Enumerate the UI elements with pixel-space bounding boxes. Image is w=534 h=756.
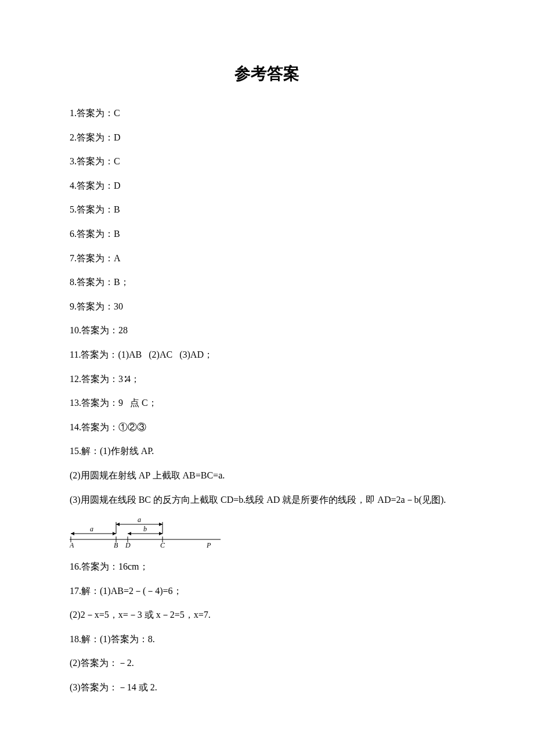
answer-line-4: 4.答案为：D <box>70 178 464 193</box>
answer-line-12: 12.答案为：3∶4； <box>70 372 464 387</box>
diagram-point-B: B <box>114 541 118 549</box>
answer-line-1: 1.答案为：C <box>70 106 464 121</box>
construction-diagram: A B D C P a b a <box>70 516 464 551</box>
svg-marker-12 <box>116 523 120 526</box>
diagram-point-D: D <box>125 541 131 549</box>
answer-line-15-3: (3)用圆规在线段 BC 的反方向上截取 CD=b.线段 AD 就是所要作的线段… <box>70 492 464 507</box>
answer-line-10: 10.答案为：28 <box>70 323 464 338</box>
answer-line-11: 11.答案为：(1)AB (2)AC (3)AD； <box>70 347 464 362</box>
answer-line-7: 7.答案为：A <box>70 251 464 266</box>
answer-line-9: 9.答案为：30 <box>70 299 464 314</box>
diagram-label-a-lower: a <box>90 525 93 533</box>
answer-line-18-3: (3)答案为：－14 或 2. <box>70 680 464 695</box>
segment-diagram-svg: A B D C P a b a <box>70 516 221 549</box>
diagram-point-A: A <box>70 541 74 549</box>
answer-line-15-2: (2)用圆规在射线 AP 上截取 AB=BC=a. <box>70 468 464 483</box>
answer-line-18-1: 18.解：(1)答案为：8. <box>70 632 464 647</box>
answer-line-18-2: (2)答案为：－2. <box>70 656 464 671</box>
svg-marker-13 <box>159 523 163 526</box>
answer-line-2: 2.答案为：D <box>70 130 464 145</box>
page-title: 参考答案 <box>70 63 464 85</box>
svg-marker-9 <box>128 532 131 535</box>
diagram-label-a-upper: a <box>138 516 141 524</box>
answer-line-17-1: 17.解：(1)AB=2－(－4)=6； <box>70 584 464 599</box>
answer-line-6: 6.答案为：B <box>70 226 464 242</box>
page: 参考答案 1.答案为：C 2.答案为：D 3.答案为：C 4.答案为：D 5.答… <box>0 0 534 756</box>
answer-line-5: 5.答案为：B <box>70 202 464 217</box>
answer-line-14: 14.答案为：①②③ <box>70 420 464 435</box>
svg-marker-10 <box>159 532 163 535</box>
answer-line-16: 16.答案为：16cm； <box>70 559 464 574</box>
answer-line-13: 13.答案为：9 点 C； <box>70 395 464 411</box>
answer-line-17-2: (2)2－x=5，x=－3 或 x－2=5，x=7. <box>70 607 464 622</box>
answer-line-15-1: 15.解：(1)作射线 AP. <box>70 444 464 459</box>
svg-marker-6 <box>71 532 74 535</box>
svg-marker-7 <box>113 532 116 535</box>
answer-line-8: 8.答案为：B； <box>70 275 464 290</box>
diagram-label-b: b <box>143 525 147 533</box>
diagram-point-C: C <box>160 541 165 549</box>
diagram-point-P: P <box>206 541 211 549</box>
answer-line-3: 3.答案为：C <box>70 154 464 169</box>
